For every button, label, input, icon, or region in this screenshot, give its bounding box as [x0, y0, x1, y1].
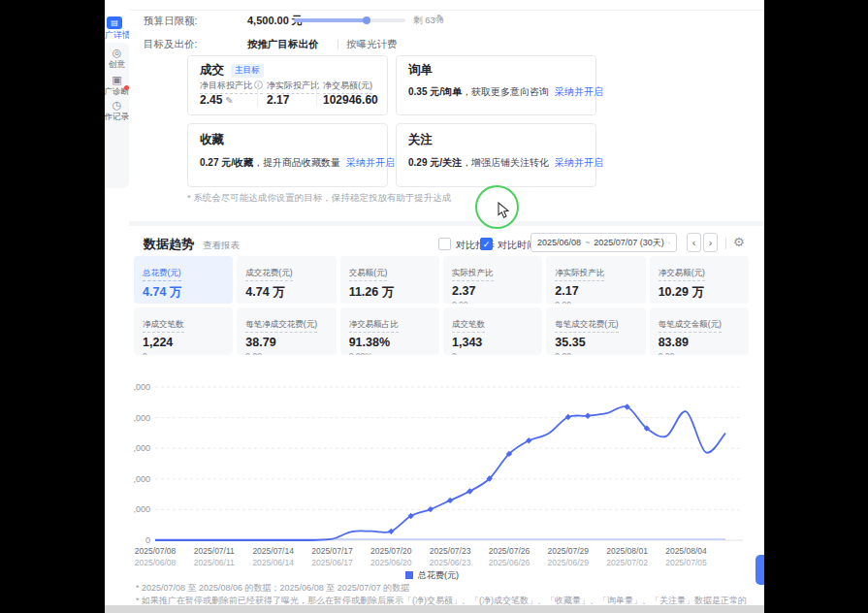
metric-card-value: 10.29 万: [659, 284, 740, 301]
adopt-enable-link[interactable]: 采纳并开启: [555, 86, 603, 97]
grid-icon: ▤: [111, 18, 118, 27]
metric-card-value: 11.26 万: [349, 284, 431, 301]
primary-goal-badge: 主目标: [231, 64, 264, 78]
metric-card-compare-value: 0.00: [659, 303, 740, 304]
metric-card-5[interactable]: 净交易额(元)10.29 万0.00: [650, 256, 749, 304]
follow-price: 0.29 元/关注: [408, 157, 462, 168]
metric-card-value: 83.89: [659, 336, 740, 349]
date-range-separator: ~: [585, 238, 590, 247]
metric-card-value: 1,224: [143, 336, 224, 349]
x-axis-compare-tick-label: 2025/07/02: [606, 558, 648, 567]
y-axis-tick-label: 2,000: [134, 474, 150, 484]
goal-card-inquiry-title: 询单: [408, 62, 433, 79]
x-axis-tick-label: 2025/07/17: [311, 546, 353, 556]
view-report-link[interactable]: 查看报表: [203, 240, 240, 252]
x-axis-compare-tick-label: 2025/07/05: [665, 558, 707, 567]
metric-card-9[interactable]: 成交笔数1,3430: [443, 307, 542, 355]
y-axis-tick-label: 4,000: [134, 413, 150, 423]
adopt-enable-link[interactable]: 采纳并开启: [555, 157, 603, 168]
compare-metric-checkbox[interactable]: [438, 238, 451, 250]
metric-card-1[interactable]: 成交花费(元)4.74 万0.00: [237, 256, 336, 304]
x-axis-compare-tick-label: 2025/06/20: [370, 558, 412, 567]
edit-pencil-icon[interactable]: ✎: [225, 95, 233, 106]
metric-card-compare-value: 0.00: [245, 351, 327, 355]
goal-card-follow-title: 关注: [408, 132, 433, 148]
metric-card-value: 4.74 万: [245, 284, 327, 301]
sidebar-item-1[interactable]: ▣广诊断: [105, 74, 129, 96]
metric-card-label: 成交笔数: [452, 319, 485, 333]
metric-card-value: 91.38%: [349, 336, 431, 349]
metric-card-label: 净实际投产比: [555, 268, 604, 281]
x-axis-tick-label: 2025/07/20: [370, 546, 412, 556]
compare-time-checkbox[interactable]: ✓: [480, 238, 493, 250]
bulb-icon: ◎: [105, 47, 129, 58]
metric-card-label: 净交易额(元): [659, 268, 705, 281]
x-axis-tick-label: 2025/08/01: [606, 546, 648, 556]
side-drawer-handle[interactable]: [755, 555, 764, 585]
diagnosis-icon: ▣: [105, 74, 129, 85]
metric-card-compare-value: 0.00: [555, 351, 636, 355]
deal-metric-label: 净交易额(元): [323, 80, 372, 94]
deal-metric-value: 2.17: [267, 93, 289, 107]
x-axis-compare-tick-label: 2025/06/11: [194, 558, 235, 567]
tab-bid-by-goal[interactable]: 按推广目标出价: [247, 38, 319, 51]
y-axis-tick-label: 0: [145, 535, 150, 545]
metric-card-value: 1,343: [452, 336, 533, 349]
horizontal-scrollbar[interactable]: [105, 605, 764, 613]
next-period-button[interactable]: ›: [703, 233, 718, 252]
sidebar-item-detail-active[interactable]: ▤: [107, 16, 122, 29]
metric-card-3[interactable]: 实际投产比2.370.00: [443, 256, 542, 304]
metric-card-label: 总花费(元): [143, 268, 181, 281]
metric-card-7[interactable]: 每笔净成交花费(元)38.790.00: [237, 307, 336, 355]
date-range-start: 2025/06/08: [537, 238, 581, 247]
metric-card-label: 成交花费(元): [245, 268, 292, 281]
deal-metric-value: 102946.60: [323, 93, 378, 107]
top-divider: [129, 10, 764, 11]
goal-card-deal: 成交 主目标 净目标投产比i2.45✎净实际投产比2.17净交易额(元)1029…: [187, 55, 388, 115]
metric-card-value: 38.79: [245, 336, 327, 349]
toolbar-divider: [725, 238, 726, 249]
chart-footnote-1: * 2025/07/08 至 2025/08/06 的数据；2025/06/08…: [136, 582, 409, 595]
metric-card-value: 2.37: [452, 284, 533, 298]
x-axis-compare-tick-label: 2025/06/08: [135, 558, 177, 567]
sidebar-anchor-panel: ◎创意▣广诊断◷作记录: [105, 43, 129, 188]
date-range-picker[interactable]: 2025/06/08 ~ 2025/07/07 (30天): [530, 233, 677, 252]
goal-card-favorite-desc: 0.27 元/收藏，提升商品收藏数量采纳并开启: [200, 156, 395, 170]
sidebar-item-2[interactable]: ◷作记录: [105, 99, 129, 121]
x-axis-tick-label: 2025/07/26: [489, 546, 530, 556]
metric-card-11[interactable]: 每笔成交金额(元)83.890.00: [650, 307, 749, 355]
click-indicator-ring: [475, 185, 519, 229]
bid-section-label: 目标及出价:: [144, 38, 197, 51]
x-axis-compare-tick-label: 2025/06/23: [430, 558, 471, 567]
metric-card-4[interactable]: 净实际投产比2.170.00: [546, 256, 645, 304]
x-axis-tick-label: 2025/08/04: [665, 546, 707, 556]
info-icon[interactable]: i: [254, 81, 263, 89]
spend-trend-line-chart: 01,0002,0003,0004,0005,0002025/07/082025…: [134, 376, 755, 584]
goal-card-deal-title: 成交: [200, 62, 224, 79]
sidebar-item-0[interactable]: ◎创意: [105, 47, 129, 69]
metric-card-0[interactable]: 总花费(元)4.74 万0.00: [134, 256, 233, 304]
budget-progress-slider[interactable]: [294, 18, 405, 22]
adopt-enable-link[interactable]: 采纳并开启: [346, 157, 395, 168]
metric-card-compare-value: 0.00: [452, 300, 533, 304]
deal-metric-value: 2.45✎: [200, 93, 234, 107]
goal-card-follow: 关注 0.29 元/关注，增强店铺关注转化采纳并开启: [396, 123, 596, 187]
metric-card-10[interactable]: 每笔成交花费(元)35.350.00: [546, 307, 645, 355]
tab-bid-by-impression[interactable]: 按曝光计费: [346, 38, 398, 51]
gear-icon[interactable]: ⚙: [733, 235, 745, 249]
column-divider: [257, 80, 258, 107]
metric-card-2[interactable]: 交易额(元)11.26 万0.00: [340, 256, 439, 304]
sidebar-item-detail-label[interactable]: 广详情: [105, 30, 129, 41]
x-axis-compare-tick-label: 2025/06/26: [489, 558, 530, 567]
data-point-marker: [447, 498, 453, 503]
legend-swatch: [405, 571, 413, 579]
date-range-end: 2025/07/07 (30天): [594, 237, 664, 249]
budget-edit-pencil-icon[interactable]: ✎: [436, 13, 444, 23]
deal-metric-label: 净目标投产比i: [200, 80, 263, 94]
metric-card-8[interactable]: 净交易额占比91.38%0.00%: [340, 307, 439, 355]
budget-slider-knob[interactable]: [363, 16, 370, 24]
prev-period-button[interactable]: ‹: [687, 233, 701, 252]
tab-divider: [338, 40, 338, 49]
metric-card-6[interactable]: 净成交笔数1,2240: [134, 307, 233, 355]
ad-detail-panel: ▤ 广详情 ◎创意▣广诊断◷作记录 预算日限额: 4,500.00 元 剩 63…: [105, 0, 764, 613]
